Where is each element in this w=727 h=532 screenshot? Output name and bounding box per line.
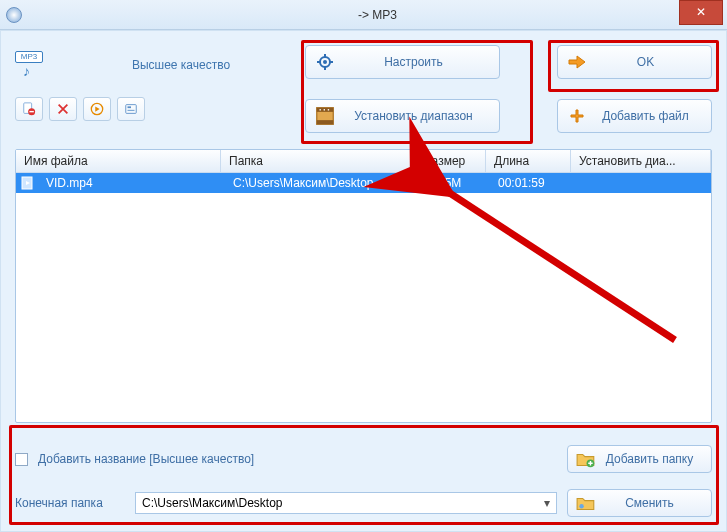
change-folder-label: Сменить xyxy=(596,496,703,510)
mp3-badge: MP3 xyxy=(15,51,43,63)
ok-button[interactable]: OK xyxy=(557,45,712,79)
change-folder-button[interactable]: Сменить xyxy=(567,489,712,517)
add-title-checkbox[interactable] xyxy=(15,453,28,466)
add-title-label: Добавить название [Высшее качество] xyxy=(38,452,254,466)
plus-icon xyxy=(566,109,588,123)
arrow-right-icon xyxy=(566,55,588,69)
svg-rect-18 xyxy=(328,109,329,110)
video-file-icon xyxy=(20,175,36,191)
list-body[interactable]: VID.mp4 C:\Users\Максим\Desktop 4.35M 00… xyxy=(16,173,711,422)
cell-size: 4.35M xyxy=(420,176,490,190)
bottom-panel: Добавить название [Высшее качество] Доба… xyxy=(15,435,712,517)
chevron-down-icon: ▾ xyxy=(544,496,550,510)
film-icon xyxy=(314,105,336,127)
folder-open-icon xyxy=(576,494,596,512)
svg-rect-5 xyxy=(128,106,132,108)
config-buttons: Настроить Установить диапазон xyxy=(305,45,500,133)
output-folder-row: Конечная папка C:\Users\Максим\Desktop ▾… xyxy=(15,489,712,517)
file-remove-icon xyxy=(22,102,36,116)
column-header-folder[interactable]: Папка xyxy=(221,150,416,172)
close-button[interactable] xyxy=(679,0,723,25)
info-button[interactable] xyxy=(117,97,145,121)
app-icon xyxy=(6,7,22,23)
svg-rect-17 xyxy=(324,109,325,110)
file-list: Имя файла Папка Размер Длина Установить … xyxy=(15,149,712,423)
column-header-range[interactable]: Установить диа... xyxy=(571,150,711,172)
play-button[interactable] xyxy=(83,97,111,121)
action-buttons: OK Добавить файл xyxy=(557,45,712,133)
clear-list-button[interactable] xyxy=(49,97,77,121)
add-folder-label: Добавить папку xyxy=(596,452,703,466)
gear-icon xyxy=(314,54,336,70)
quality-line: MP3 ♪ Высшее качество xyxy=(15,45,295,85)
clear-icon xyxy=(56,102,70,116)
details-icon xyxy=(124,102,138,116)
add-file-button[interactable]: Добавить файл xyxy=(557,99,712,133)
output-folder-label: Конечная папка xyxy=(15,496,125,510)
mp3-format-icon: MP3 ♪ xyxy=(15,51,47,79)
mini-toolbar xyxy=(15,97,295,121)
column-header-length[interactable]: Длина xyxy=(486,150,571,172)
column-header-size[interactable]: Размер xyxy=(416,150,486,172)
output-folder-dropdown[interactable]: C:\Users\Максим\Desktop ▾ xyxy=(135,492,557,514)
music-note-icon: ♪ xyxy=(23,63,30,79)
set-range-button[interactable]: Установить диапазон xyxy=(305,99,500,133)
svg-point-21 xyxy=(579,504,583,508)
quality-block: MP3 ♪ Высшее качество xyxy=(15,45,295,121)
table-row[interactable]: VID.mp4 C:\Users\Максим\Desktop 4.35M 00… xyxy=(16,173,711,193)
svg-rect-15 xyxy=(317,120,334,124)
configure-button[interactable]: Настроить xyxy=(305,45,500,79)
remove-file-button[interactable] xyxy=(15,97,43,121)
play-icon xyxy=(90,102,104,116)
list-header: Имя файла Папка Размер Длина Установить … xyxy=(16,150,711,173)
window-title: -> MP3 xyxy=(28,8,727,22)
svg-rect-6 xyxy=(128,110,135,111)
folder-add-icon xyxy=(576,450,596,468)
ok-label: OK xyxy=(588,55,703,69)
cell-folder: C:\Users\Максим\Desktop xyxy=(225,176,420,190)
quality-label: Высшее качество xyxy=(132,58,230,72)
svg-point-8 xyxy=(323,60,327,64)
client-area: MP3 ♪ Высшее качество xyxy=(0,30,727,532)
svg-rect-2 xyxy=(29,111,33,112)
top-row: MP3 ♪ Высшее качество xyxy=(15,45,712,137)
add-title-row: Добавить название [Высшее качество] Доба… xyxy=(15,445,712,473)
set-range-label: Установить диапазон xyxy=(336,109,491,123)
column-header-name[interactable]: Имя файла xyxy=(16,150,221,172)
configure-label: Настроить xyxy=(336,55,491,69)
output-folder-value: C:\Users\Максим\Desktop xyxy=(142,496,283,510)
add-file-label: Добавить файл xyxy=(588,109,703,123)
add-folder-button[interactable]: Добавить папку xyxy=(567,445,712,473)
svg-rect-4 xyxy=(126,105,137,114)
titlebar: -> MP3 xyxy=(0,0,727,30)
cell-length: 00:01:59 xyxy=(490,176,575,190)
svg-rect-16 xyxy=(320,109,321,110)
cell-name: VID.mp4 xyxy=(38,176,225,190)
